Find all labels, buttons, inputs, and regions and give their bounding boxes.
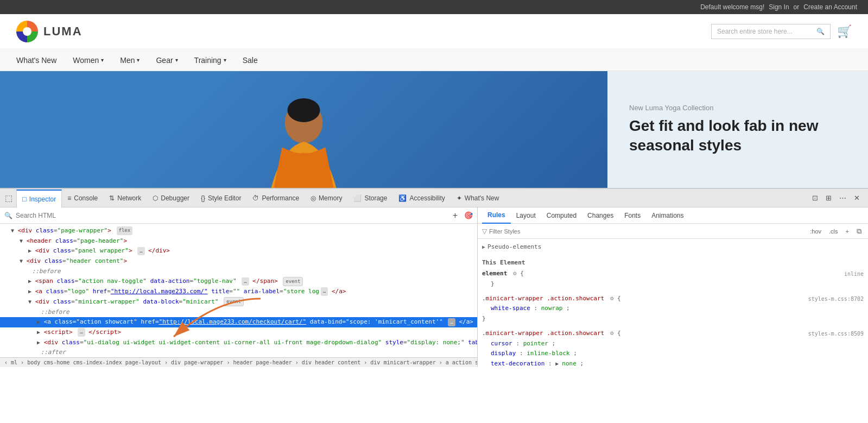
memory-tab-label: Memory: [319, 194, 342, 202]
css-tab-layout[interactable]: Layout: [511, 207, 541, 224]
memory-tab-icon: ◎: [311, 194, 316, 202]
minicart-source-2: styles-m.css:8509: [808, 329, 864, 338]
tab-network[interactable]: ⇅ Network: [104, 189, 147, 207]
tab-accessibility[interactable]: ♿ Accessibility: [393, 189, 451, 207]
pick-node-button[interactable]: 🎯: [464, 211, 473, 219]
ellipsis-badge: …: [321, 287, 328, 295]
html-content: <div class="page-wrapper"> flex <header …: [0, 224, 477, 357]
tab-storage[interactable]: ⬜ Storage: [348, 189, 393, 207]
html-line[interactable]: <div class="panel wrapper"> … </div>: [0, 246, 477, 256]
minicart-selector-2: .minicart-wrapper .action.showcart: [482, 330, 604, 337]
search-html-input[interactable]: [16, 212, 446, 219]
more-options-button[interactable]: ⋯: [837, 193, 849, 203]
add-rule-button[interactable]: +: [844, 227, 851, 236]
debugger-tab-icon: ⬡: [153, 194, 158, 202]
minicart-gear-1-icon[interactable]: ⚙: [610, 295, 614, 302]
tab-memory[interactable]: ◎ Memory: [305, 189, 348, 207]
css-prop-display: display : inline-block ;: [482, 349, 864, 359]
html-line[interactable]: <div class="page-wrapper"> flex: [0, 226, 477, 236]
minicart-rule-1: .minicart-wrapper .action.showcart ⚙ { s…: [482, 294, 864, 324]
network-tab-icon: ⇅: [109, 194, 115, 202]
html-line[interactable]: <header class="page-header">: [0, 236, 477, 247]
html-line-selected[interactable]: <a class="action showcart" href="http://…: [0, 317, 477, 327]
site-nav: What's New Women ▾ Men ▾ Gear ▾ Training…: [0, 49, 868, 71]
tab-inspector[interactable]: □ Inspector: [16, 190, 62, 208]
event-badge[interactable]: event: [224, 297, 244, 306]
expand-icon[interactable]: [28, 246, 31, 255]
add-node-button[interactable]: +: [449, 211, 461, 220]
expand-icon[interactable]: [28, 297, 31, 306]
element-gear-icon[interactable]: ⚙: [513, 270, 517, 277]
logo-text[interactable]: LUMA: [43, 24, 83, 39]
tab-whats-new[interactable]: ✦ What's New: [451, 189, 505, 207]
header-right: Search entire store here... 🔍 🛒: [711, 24, 852, 39]
expand-icon[interactable]: [20, 236, 23, 245]
css-tab-fonts[interactable]: Fonts: [619, 207, 646, 224]
dock-separate-button[interactable]: ⊡: [809, 193, 821, 203]
pseudo-elements-expand[interactable]: [482, 242, 485, 252]
breadcrumb: ‹ ml › body cms-home cms-index-index pag…: [0, 357, 477, 367]
minicart-selector-1: .minicart-wrapper .action.showcart: [482, 295, 604, 302]
ellipsis-badge: …: [242, 277, 249, 286]
css-tab-animations[interactable]: Animations: [646, 207, 689, 224]
html-line[interactable]: <span class="action nav-toggle" data-act…: [0, 276, 477, 287]
logo-icon[interactable]: [16, 21, 38, 42]
css-tab-rules[interactable]: Rules: [482, 207, 511, 224]
expand-icon[interactable]: [37, 338, 40, 347]
nav-whats-new[interactable]: What's New: [16, 56, 56, 65]
flex-badge: flex: [117, 226, 133, 235]
logo-area: LUMA: [16, 21, 83, 42]
nav-sale[interactable]: Sale: [243, 56, 258, 65]
html-line[interactable]: <div class="header content">: [0, 256, 477, 267]
nav-gear[interactable]: Gear ▾: [156, 56, 178, 65]
hov-button[interactable]: :hov: [808, 227, 823, 236]
expand-icon[interactable]: [28, 276, 31, 286]
css-tab-changes[interactable]: Changes: [582, 207, 619, 224]
expand-icon[interactable]: [37, 317, 40, 326]
expand-icon[interactable]: [11, 226, 14, 235]
ellipsis-badge: …: [448, 318, 455, 326]
tab-style-editor[interactable]: {} Style Editor: [195, 189, 247, 207]
nav-training[interactable]: Training ▾: [194, 56, 226, 65]
console-tab-label: Console: [74, 194, 98, 202]
minicart-rule-2-header: .minicart-wrapper .action.showcart ⚙ { s…: [482, 329, 864, 339]
close-devtools-button[interactable]: ✕: [851, 193, 863, 203]
html-search-bar: 🔍 + 🎯: [0, 207, 477, 224]
search-box[interactable]: Search entire store here... 🔍: [711, 24, 831, 39]
tab-debugger[interactable]: ⬡ Debugger: [147, 189, 195, 207]
pseudo-elements-row[interactable]: Pseudo-elements: [482, 241, 864, 254]
html-line[interactable]: <script> … </script>: [0, 327, 477, 338]
html-line: ::before: [0, 307, 477, 318]
html-line[interactable]: <div class="minicart-wrapper" data-block…: [0, 297, 477, 307]
logo-inner: [23, 27, 31, 36]
pick-element-button[interactable]: ⬚: [2, 192, 15, 204]
minicart-gear-2-icon[interactable]: ⚙: [610, 330, 614, 337]
element-rule-close: }: [482, 279, 864, 289]
cart-icon[interactable]: 🛒: [837, 24, 852, 39]
search-placeholder: Search entire store here...: [717, 28, 793, 35]
create-account-link[interactable]: Create an Account: [803, 3, 857, 11]
search-icon[interactable]: 🔍: [816, 28, 825, 35]
expand-icon[interactable]: [28, 287, 31, 296]
console-tab-icon: ≡: [67, 194, 71, 202]
event-badge[interactable]: event: [283, 277, 303, 286]
expand-icon[interactable]: [20, 256, 23, 266]
css-tab-computed[interactable]: Computed: [541, 207, 582, 224]
tab-console[interactable]: ≡ Console: [62, 189, 104, 207]
tab-performance[interactable]: ⏱ Performance: [247, 189, 305, 207]
css-prop-text-decoration-1: text-decoration : ▶ none ;: [482, 359, 864, 367]
html-line[interactable]: <a class="logo" href="http://local.mage2…: [0, 287, 477, 297]
html-line[interactable]: <div class="ui-dialog ui-widget ui-widge…: [0, 338, 477, 348]
inspector-tab-icon: □: [22, 195, 27, 203]
expand-icon[interactable]: [37, 327, 40, 337]
nav-men[interactable]: Men ▾: [120, 56, 140, 65]
dock-bottom-button[interactable]: ⊞: [823, 193, 834, 203]
nav-women[interactable]: Women ▾: [73, 56, 104, 65]
devtools-body: 🔍 + 🎯 <div class="page-wrapper"> flex <h…: [0, 207, 868, 367]
copy-rules-button[interactable]: ⧉: [854, 226, 864, 237]
whats-new-tab-label: What's New: [465, 194, 499, 202]
sign-in-link[interactable]: Sign In: [769, 3, 789, 11]
css-filter-input[interactable]: [489, 228, 806, 235]
cls-button[interactable]: .cls: [827, 227, 840, 236]
hero-image: [0, 71, 607, 188]
